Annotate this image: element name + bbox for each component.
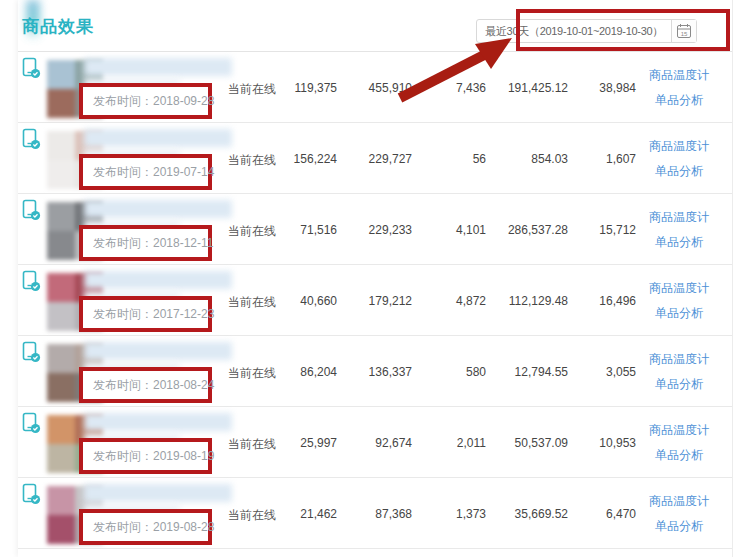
row-actions: 商品温度计 单品分析 [642, 407, 716, 478]
link-single-item-analysis[interactable]: 单品分析 [642, 376, 716, 393]
product-title-redacted [84, 58, 232, 76]
publish-date: 发布时间：2017-12-23 [93, 306, 214, 323]
link-single-item-analysis[interactable]: 单品分析 [642, 163, 716, 180]
metric-value: 179,212 [330, 294, 412, 308]
metric-value: 455,910 [330, 81, 412, 95]
row-actions: 商品温度计 单品分析 [642, 194, 716, 265]
mobile-verified-icon [22, 341, 41, 368]
link-single-item-analysis[interactable]: 单品分析 [642, 234, 716, 251]
metric-value: 87,368 [330, 507, 412, 521]
link-product-thermometer[interactable]: 商品温度计 [642, 280, 716, 297]
publish-date: 发布时间：2018-12-11 [93, 235, 214, 252]
link-single-item-analysis[interactable]: 单品分析 [642, 92, 716, 109]
metric-value: 92,674 [330, 436, 412, 450]
publish-date: 发布时间：2019-07-14 [93, 164, 214, 181]
date-range-picker[interactable]: 最近30天（2019-10-01~2019-10-30） 15 [476, 19, 697, 43]
annotation-box-publish-date: 发布时间：2018-08-24 [79, 367, 212, 403]
link-product-thermometer[interactable]: 商品温度计 [642, 209, 716, 226]
publish-date: 发布时间：2019-08-28 [93, 519, 214, 536]
metric-value: 40,660 [255, 294, 337, 308]
metric-value: 580 [404, 365, 486, 379]
metric-value: 4,101 [404, 223, 486, 237]
table-row: 发布时间：2018-09-28 当前在线 119,375 455,910 7,4… [18, 52, 732, 123]
table-row: 发布时间：2018-12-11 当前在线 71,516 229,233 4,10… [18, 194, 732, 265]
svg-text:15: 15 [681, 31, 688, 37]
publish-date: 发布时间：2018-09-28 [93, 93, 214, 110]
link-single-item-analysis[interactable]: 单品分析 [642, 305, 716, 322]
table-row: 发布时间：2017-12-23 当前在线 40,660 179,212 4,87… [18, 265, 732, 336]
metric-value: 10,953 [552, 436, 636, 450]
mobile-verified-icon [22, 199, 41, 226]
row-actions: 商品温度计 单品分析 [642, 265, 716, 336]
calendar-icon[interactable]: 15 [671, 20, 696, 42]
date-range-label: 最近30天（2019-10-01~2019-10-30） [477, 20, 671, 42]
row-actions: 商品温度计 单品分析 [642, 123, 716, 194]
mobile-verified-icon [22, 412, 41, 439]
metric-value: 15,712 [552, 223, 636, 237]
metric-value: 56 [404, 152, 486, 166]
metric-value: 71,516 [255, 223, 337, 237]
metric-value: 6,470 [552, 507, 636, 521]
mobile-verified-icon [22, 483, 41, 510]
row-actions: 商品温度计 单品分析 [642, 336, 716, 407]
metric-value: 136,337 [330, 365, 412, 379]
annotation-box-publish-date: 发布时间：2018-12-11 [79, 225, 212, 261]
link-product-thermometer[interactable]: 商品温度计 [642, 422, 716, 439]
metric-value: 86,204 [255, 365, 337, 379]
annotation-box-publish-date: 发布时间：2019-08-28 [79, 509, 212, 545]
publish-date: 发布时间：2019-08-19 [93, 448, 214, 465]
metric-value: 7,436 [404, 81, 486, 95]
mobile-verified-icon [22, 270, 41, 297]
content-panel: 商品效果 最近30天（2019-10-01~2019-10-30） 15 [18, 0, 733, 557]
metric-value: 156,224 [255, 152, 337, 166]
metric-value: 16,496 [552, 294, 636, 308]
table-row: 发布时间：2018-08-24 当前在线 86,204 136,337 580 … [18, 336, 732, 407]
link-product-thermometer[interactable]: 商品温度计 [642, 351, 716, 368]
table-row: 发布时间：2019-08-28 当前在线 21,462 87,368 1,373… [18, 478, 732, 549]
metric-value: 119,375 [255, 81, 337, 95]
link-product-thermometer[interactable]: 商品温度计 [642, 67, 716, 84]
table-row: 发布时间：2019-07-14 当前在线 156,224 229,727 56 … [18, 123, 732, 194]
publish-date: 发布时间：2018-08-24 [93, 377, 214, 394]
page: 商品效果 最近30天（2019-10-01~2019-10-30） 15 [0, 0, 733, 557]
page-title: 商品效果 [22, 15, 94, 38]
metric-value: 1,373 [404, 507, 486, 521]
metric-value: 1,607 [552, 152, 636, 166]
metric-value: 229,727 [330, 152, 412, 166]
link-product-thermometer[interactable]: 商品温度计 [642, 493, 716, 510]
product-title-redacted [84, 200, 232, 218]
product-title-redacted [84, 129, 232, 147]
metric-value: 3,055 [552, 365, 636, 379]
metric-value: 2,011 [404, 436, 486, 450]
mobile-verified-icon [22, 57, 41, 84]
link-single-item-analysis[interactable]: 单品分析 [642, 447, 716, 464]
mobile-verified-icon [22, 128, 41, 155]
annotation-box-publish-date: 发布时间：2017-12-23 [79, 296, 212, 332]
metric-value: 4,872 [404, 294, 486, 308]
product-title-redacted [84, 484, 232, 502]
annotation-box-publish-date: 发布时间：2019-07-14 [79, 154, 212, 190]
link-product-thermometer[interactable]: 商品温度计 [642, 138, 716, 155]
annotation-box-publish-date: 发布时间：2018-09-28 [79, 83, 212, 119]
product-title-redacted [84, 342, 232, 360]
metric-value: 229,233 [330, 223, 412, 237]
header: 商品效果 最近30天（2019-10-01~2019-10-30） 15 [18, 0, 732, 52]
metric-value: 25,997 [255, 436, 337, 450]
row-actions: 商品温度计 单品分析 [642, 478, 716, 549]
metric-value: 38,984 [552, 81, 636, 95]
metric-value: 21,462 [255, 507, 337, 521]
link-single-item-analysis[interactable]: 单品分析 [642, 518, 716, 535]
annotation-box-publish-date: 发布时间：2019-08-19 [79, 438, 212, 474]
product-table: 发布时间：2018-09-28 当前在线 119,375 455,910 7,4… [18, 52, 732, 549]
table-row: 发布时间：2019-08-19 当前在线 25,997 92,674 2,011… [18, 407, 732, 478]
row-actions: 商品温度计 单品分析 [642, 52, 716, 123]
product-title-redacted [84, 271, 232, 289]
product-title-redacted [84, 413, 232, 431]
